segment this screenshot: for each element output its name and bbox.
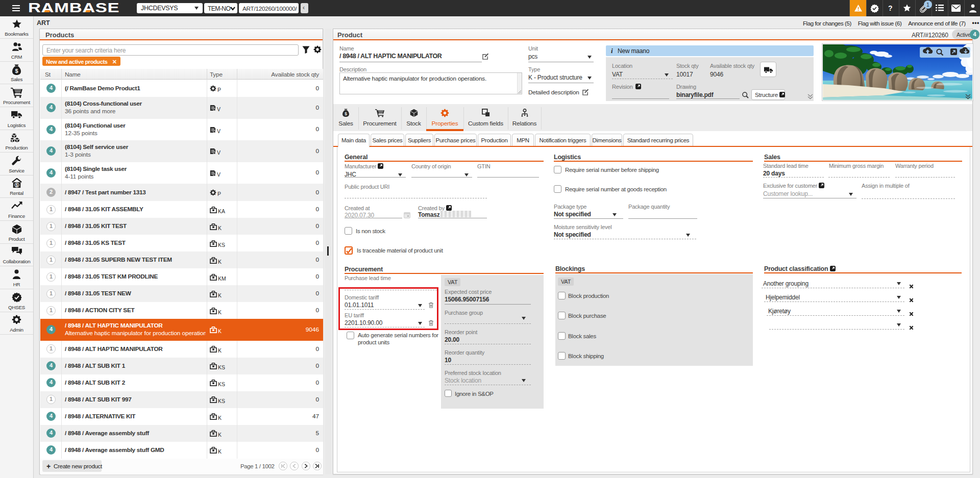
svg-text:$: $ [15, 183, 18, 188]
svg-text:$: $ [15, 68, 18, 74]
svg-text:$: $ [345, 111, 347, 116]
